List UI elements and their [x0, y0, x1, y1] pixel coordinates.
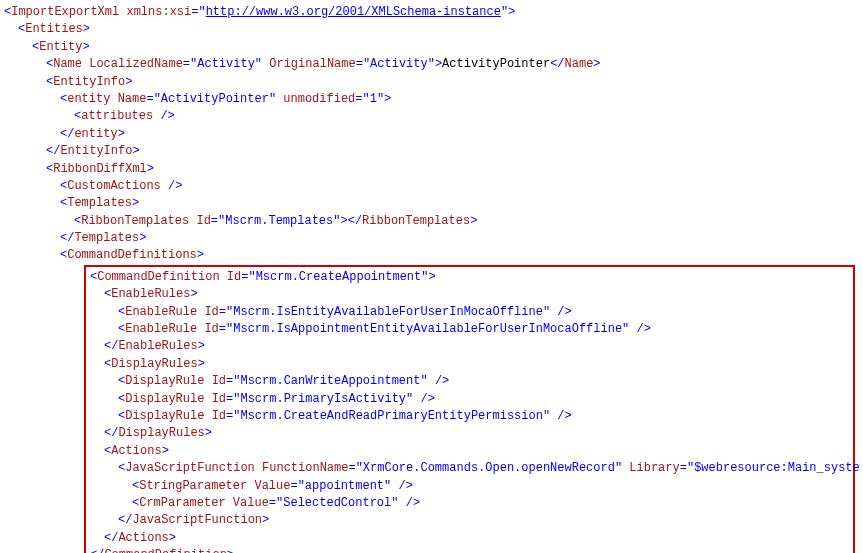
code-line: <RibbonTemplates Id="Mscrm.Templates"></…	[4, 213, 859, 230]
xml-source-view: <ImportExportXml xmlns:xsi="http://www.w…	[4, 4, 859, 553]
code-line: <DisplayRule Id="Mscrm.PrimaryIsActivity…	[86, 391, 853, 408]
highlighted-command-definition: <CommandDefinition Id="Mscrm.CreateAppoi…	[84, 265, 855, 553]
code-line: </Actions>	[86, 530, 853, 547]
code-line: <attributes />	[4, 108, 859, 125]
code-line: <DisplayRule Id="Mscrm.CreateAndReadPrim…	[86, 408, 853, 425]
code-line: <ImportExportXml xmlns:xsi="http://www.w…	[4, 4, 859, 21]
code-line: </CommandDefinition>	[86, 547, 853, 553]
code-line: <EnableRules>	[86, 286, 853, 303]
code-line: <EntityInfo>	[4, 74, 859, 91]
code-line: <CommandDefinitions>	[4, 247, 859, 264]
code-line: </EnableRules>	[86, 338, 853, 355]
code-line: </DisplayRules>	[86, 425, 853, 442]
code-line: <StringParameter Value="appointment" />	[86, 478, 853, 495]
code-line: <DisplayRule Id="Mscrm.CanWriteAppointme…	[86, 373, 853, 390]
code-line: <CustomActions />	[4, 178, 859, 195]
code-line: <Name LocalizedName="Activity" OriginalN…	[4, 56, 859, 73]
code-line: <CommandDefinition Id="Mscrm.CreateAppoi…	[86, 269, 853, 286]
code-line: <Actions>	[86, 443, 853, 460]
code-line: <Entities>	[4, 21, 859, 38]
code-line: <Entity>	[4, 39, 859, 56]
code-line: <EnableRule Id="Mscrm.IsAppointmentEntit…	[86, 321, 853, 338]
xsi-namespace-uri: http://www.w3.org/2001/XMLSchema-instanc…	[206, 5, 501, 19]
code-line: </JavaScriptFunction>	[86, 512, 853, 529]
code-line: <Templates>	[4, 195, 859, 212]
code-line: <EnableRule Id="Mscrm.IsEntityAvailableF…	[86, 304, 853, 321]
code-line: </EntityInfo>	[4, 143, 859, 160]
code-line: <CrmParameter Value="SelectedControl" />	[86, 495, 853, 512]
code-line: <RibbonDiffXml>	[4, 161, 859, 178]
code-line: <DisplayRules>	[86, 356, 853, 373]
code-line: <entity Name="ActivityPointer" unmodifie…	[4, 91, 859, 108]
code-line: <JavaScriptFunction FunctionName="XrmCor…	[86, 460, 853, 477]
code-line: </Templates>	[4, 230, 859, 247]
code-line: </entity>	[4, 126, 859, 143]
